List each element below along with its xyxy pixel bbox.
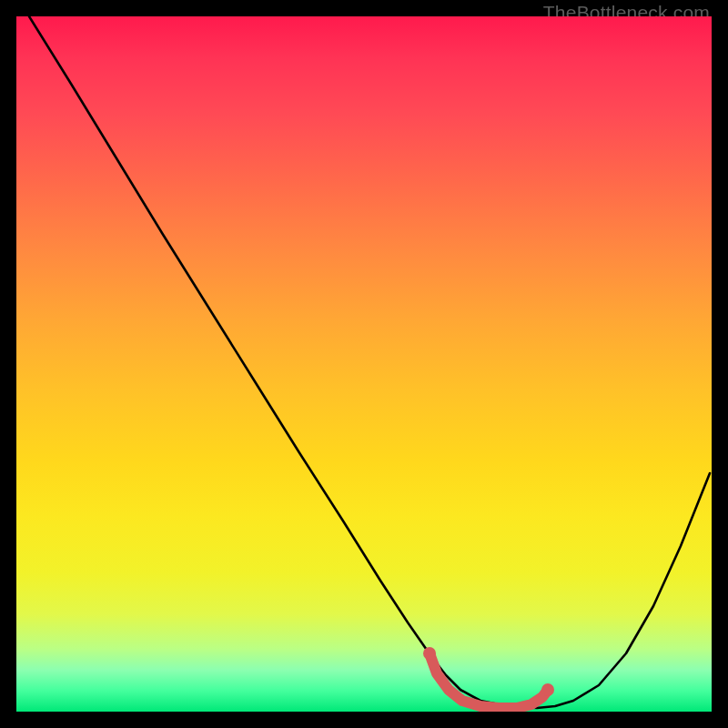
red-dot-right bbox=[541, 683, 554, 696]
chart-svg bbox=[16, 16, 712, 712]
red-dot-left bbox=[423, 647, 436, 660]
plot-area bbox=[16, 16, 712, 712]
chart-outer-frame: TheBottleneck.com bbox=[0, 0, 728, 728]
red-bottom-segment bbox=[430, 653, 548, 708]
black-curve bbox=[29, 16, 710, 708]
